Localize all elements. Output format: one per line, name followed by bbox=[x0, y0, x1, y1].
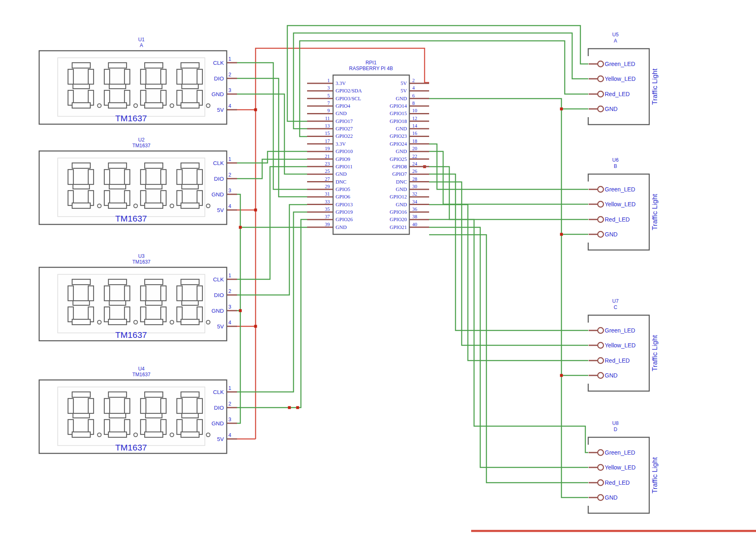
pin-label: GND bbox=[605, 106, 617, 112]
segment bbox=[88, 286, 94, 301]
digit-dot bbox=[207, 104, 210, 108]
ref-sublabel: C bbox=[614, 304, 617, 310]
ref-sublabel: TM1637 bbox=[132, 143, 150, 149]
junction-dot bbox=[296, 406, 299, 409]
segment bbox=[177, 399, 182, 413]
pin-circle bbox=[598, 186, 603, 192]
segment bbox=[73, 301, 89, 305]
traffic-light-u7: Green_LEDYellow_LEDRed_LEDGNDU7CTraffic … bbox=[588, 298, 659, 391]
segment bbox=[177, 69, 182, 84]
pin-circle bbox=[598, 495, 603, 500]
pin-label: 5V bbox=[217, 207, 224, 213]
part-label: RASPBERRY PI 4B bbox=[349, 66, 393, 71]
pin-number: 4 bbox=[228, 203, 231, 209]
pin-number: 1 bbox=[228, 385, 231, 391]
side-label: Traffic Light bbox=[651, 335, 659, 371]
ref-label: U6 bbox=[612, 157, 619, 163]
wire-green bbox=[429, 205, 589, 361]
pin-label: GND bbox=[396, 186, 407, 192]
wire-green bbox=[237, 167, 307, 279]
pin-number: 11 bbox=[325, 116, 330, 121]
pin-label: GPIO27 bbox=[336, 126, 353, 132]
pin-label: GND bbox=[605, 231, 617, 238]
pin-circle bbox=[598, 358, 603, 363]
ref-label: U5 bbox=[612, 32, 619, 38]
pin-circle bbox=[598, 61, 603, 67]
junction-dot bbox=[254, 325, 257, 328]
pin-label: DNC bbox=[396, 179, 407, 185]
pin-label: DIO bbox=[214, 176, 224, 182]
traffic-light-u6: Green_LEDYellow_LEDRed_LEDGNDU6BTraffic … bbox=[588, 157, 659, 250]
ref-label: U8 bbox=[612, 420, 619, 426]
pin-number: 4 bbox=[228, 103, 231, 109]
side-label: Traffic Light bbox=[651, 68, 659, 105]
segment bbox=[146, 184, 162, 189]
pin-label: GND bbox=[396, 126, 407, 132]
pin-number: 24 bbox=[412, 161, 417, 167]
pin-circle bbox=[598, 201, 603, 207]
segment bbox=[109, 413, 126, 418]
segment bbox=[197, 399, 202, 413]
digit-dot bbox=[170, 204, 174, 208]
schematic-svg: 1CLK2DIO3GND45VU1ATM16371CLK2DIO3GND45VU… bbox=[0, 0, 756, 533]
pin-label: GND bbox=[211, 420, 224, 427]
digit-dot bbox=[207, 204, 210, 208]
ref-label: RPI1 bbox=[366, 60, 377, 66]
segment bbox=[181, 203, 199, 208]
segment bbox=[145, 392, 163, 397]
pin-label: GPIO18 bbox=[390, 118, 407, 124]
segment bbox=[108, 432, 127, 437]
pin-label: GPIO23 bbox=[390, 133, 407, 139]
wire-green bbox=[237, 194, 307, 227]
ref-label: U4 bbox=[138, 366, 145, 372]
ref-label: U3 bbox=[138, 253, 145, 259]
pin-label: Red_LED bbox=[605, 216, 630, 223]
segment bbox=[109, 184, 126, 189]
pin-label: GND bbox=[211, 91, 224, 97]
segment bbox=[181, 432, 199, 437]
junction-dot bbox=[239, 226, 242, 229]
wires-layer bbox=[237, 26, 756, 531]
schematic-canvas: 1CLK2DIO3GND45VU1ATM16371CLK2DIO3GND45VU… bbox=[0, 0, 756, 533]
pin-number: 2 bbox=[412, 78, 415, 83]
pin-number: 4 bbox=[412, 85, 415, 91]
wire-green bbox=[429, 174, 589, 330]
pin-label: GPIO20 bbox=[390, 217, 407, 222]
digit-dot bbox=[98, 104, 101, 108]
segment bbox=[124, 170, 130, 184]
segment bbox=[182, 301, 198, 305]
pin-label: CLK bbox=[213, 60, 224, 66]
pin-number: 3 bbox=[228, 304, 231, 310]
segment bbox=[108, 392, 127, 397]
pin-circle bbox=[598, 328, 603, 333]
pin-number: 3 bbox=[228, 417, 231, 422]
pin-number: 22 bbox=[412, 153, 417, 159]
pin-label: GPIO6 bbox=[336, 194, 350, 200]
pin-label: GPIO26 bbox=[336, 217, 353, 222]
pin-label: Yellow_LED bbox=[605, 464, 636, 471]
ref-sublabel: B bbox=[614, 163, 617, 169]
junction-dot bbox=[560, 233, 563, 236]
pin-circle bbox=[598, 231, 603, 237]
pin-number: 37 bbox=[325, 214, 330, 219]
segment bbox=[145, 279, 163, 285]
pin-number: 9 bbox=[327, 108, 330, 113]
segment bbox=[109, 84, 126, 89]
segment bbox=[68, 286, 73, 301]
pin-circle bbox=[598, 76, 603, 82]
pin-label: GPIO11 bbox=[336, 164, 352, 170]
pin-label: GND bbox=[605, 372, 617, 379]
pin-label: GND bbox=[396, 149, 407, 154]
wire-green bbox=[237, 151, 307, 163]
segment bbox=[104, 170, 110, 184]
segment bbox=[181, 392, 199, 397]
wire-green bbox=[237, 205, 307, 295]
pin-number: 14 bbox=[412, 123, 417, 129]
segment bbox=[177, 286, 182, 301]
pin-label: GND bbox=[211, 308, 224, 314]
segment bbox=[182, 84, 198, 89]
segment bbox=[146, 301, 162, 305]
segment bbox=[146, 413, 162, 418]
segment bbox=[108, 203, 127, 208]
pin-number: 4 bbox=[228, 320, 231, 325]
